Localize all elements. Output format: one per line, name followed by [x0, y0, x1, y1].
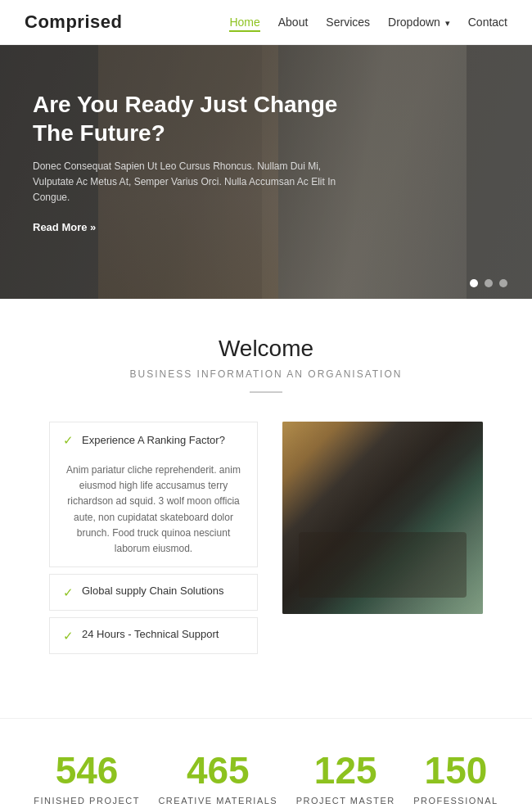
check-icon-3: ✓ [63, 629, 74, 643]
feature-top: ✓ Experience A Ranking Factor? [63, 432, 225, 448]
feature-item-support: ✓ 24 Hours - Technical Support [49, 617, 258, 654]
hero-dot-3[interactable] [499, 279, 507, 287]
stat-professional: 150 PROFESSIONAL [413, 752, 498, 806]
stat-label-master: PROJECT MASTER [296, 796, 395, 806]
handshake-photo [282, 422, 483, 614]
table-sim [299, 532, 467, 598]
nav-link-dropdown[interactable]: Dropdown ▾ [388, 16, 450, 29]
welcome-section: Welcome Business Information An Organisa… [0, 299, 532, 718]
features-row: ✓ Experience A Ranking Factor? Anim pari… [25, 422, 507, 693]
features-list: ✓ Experience A Ranking Factor? Anim pari… [49, 422, 258, 661]
feature-item-main: ✓ Experience A Ranking Factor? Anim pari… [49, 422, 258, 567]
nav-item-services[interactable]: Services [326, 15, 370, 29]
stat-finished-project: 546 FINISHED PROJECT [34, 752, 140, 806]
check-icon: ✓ [63, 433, 74, 448]
nav-link-home[interactable]: Home [229, 16, 259, 32]
nav-link-contact[interactable]: Contact [468, 16, 507, 29]
hero-title: Are You Ready Just Change The Future? [33, 90, 344, 147]
feature-supply-label: Global supply Chain Solutions [82, 585, 223, 597]
hero-description: Donec Consequat Sapien Ut Leo Cursus Rho… [33, 159, 344, 206]
hero-dot-2[interactable] [485, 279, 493, 287]
stat-project-master: 125 PROJECT MASTER [296, 752, 395, 806]
chevron-down-icon: ▾ [445, 18, 450, 28]
hero-dot-1[interactable] [470, 279, 478, 287]
logo[interactable]: Comprised [25, 11, 122, 33]
hero-section: Are You Ready Just Change The Future? Do… [0, 45, 532, 299]
check-icon-2: ✓ [63, 585, 74, 600]
nav-item-about[interactable]: About [278, 15, 309, 29]
welcome-subtitle: Business Information An Organisation [25, 368, 507, 380]
stat-number-creative: 465 [158, 752, 277, 789]
feature-support-label: 24 Hours - Technical Support [82, 628, 219, 640]
feature-main-desc: Anim pariatur cliche reprehenderit. anim… [63, 463, 244, 557]
read-more-link[interactable]: Read More » [33, 221, 96, 233]
features-image [282, 422, 483, 614]
feature-item-supply: ✓ Global supply Chain Solutions [49, 574, 258, 611]
stat-number-finished: 546 [34, 752, 140, 789]
stat-creative-materials: 465 CREATIVE MATERIALS [158, 752, 277, 806]
welcome-divider [250, 391, 282, 393]
nav-link-services[interactable]: Services [326, 16, 370, 29]
hero-content: Are You Ready Just Change The Future? Do… [33, 90, 344, 234]
nav-item-dropdown[interactable]: Dropdown ▾ [388, 15, 450, 29]
nav-item-home[interactable]: Home [229, 15, 259, 29]
nav-item-contact[interactable]: Contact [468, 15, 507, 29]
stat-label-creative: CREATIVE MATERIALS [158, 796, 277, 806]
nav-link-about[interactable]: About [278, 16, 309, 29]
stat-label-finished: FINISHED PROJECT [34, 796, 140, 806]
stat-number-professional: 150 [413, 752, 498, 789]
photo-gradient [282, 422, 483, 614]
welcome-title: Welcome [25, 336, 507, 362]
feature-main-label: Experience A Ranking Factor? [82, 434, 225, 446]
hero-dots [470, 279, 507, 287]
stat-number-master: 125 [296, 752, 395, 789]
stat-label-professional: PROFESSIONAL [413, 796, 498, 806]
navigation: Comprised Home About Services Dropdown ▾… [0, 0, 532, 45]
stats-section: 546 FINISHED PROJECT 465 CREATIVE MATERI… [0, 718, 532, 808]
nav-links: Home About Services Dropdown ▾ Contact [229, 15, 507, 29]
